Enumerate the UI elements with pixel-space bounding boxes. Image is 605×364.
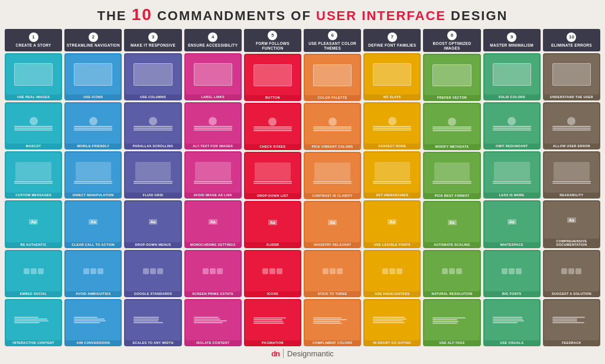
card-img-9-1: [484, 54, 539, 95]
card-6-2: PICK VIBRANT COLORS: [304, 103, 361, 150]
card-label-1-6: INTERACTIVE CONTENT: [12, 340, 54, 345]
card-img-2-2: [66, 103, 121, 144]
card-img-2-4: Aa: [66, 202, 121, 242]
card-img-6-4: Aa: [305, 202, 360, 242]
card-3-1: USE COLUMNS: [124, 53, 181, 100]
card-label-3-6: SCALES TO ANY WIDTH: [132, 340, 173, 345]
title-highlight: USER INTERFACE: [316, 8, 446, 23]
card-5-2: CHECK BOXES: [244, 103, 301, 150]
column-1: 1CREATE A STORYUSE REAL IMAGESMASCOTCUST…: [5, 29, 62, 346]
card-4-1: LABEL LINKS: [184, 53, 242, 100]
col-num-9: 9: [507, 32, 516, 42]
card-img-10-4: Aa: [544, 202, 599, 238]
card-img-9-3: [484, 152, 539, 193]
col-num-5: 5: [268, 31, 277, 40]
card-img-1-1: [6, 54, 61, 95]
card-9-2: OMIT REDUNDANT: [483, 102, 541, 150]
card-6-6: COMPLIMENT COLORS: [304, 299, 361, 346]
columns-row: 1CREATE A STORYUSE REAL IMAGESMASCOTCUST…: [5, 29, 600, 346]
card-img-3-5: [125, 251, 180, 291]
card-label-5-6: PAGINATION: [262, 340, 284, 345]
card-img-4-1: [186, 54, 240, 95]
card-label-9-2: OMIT REDUNDANT: [496, 144, 528, 148]
col-title-10: ELIMINATE ERRORS: [551, 43, 592, 48]
card-label-5-2: CHECK BOXES: [260, 144, 286, 149]
card-5-6: PAGINATION: [244, 299, 301, 346]
card-label-5-3: DROP-DOWN LIST: [257, 193, 288, 198]
card-img-4-3: [186, 152, 240, 193]
card-label-6-4: INDUSTRY RELEVANT: [314, 242, 352, 247]
card-4-4: AaMONOCHROME SETTINGS: [184, 200, 242, 248]
card-label-1-4: BE AUTHENTIC: [20, 242, 46, 247]
card-3-5: GOOGLE STANDARDS: [124, 250, 181, 297]
card-img-9-4: Aa: [484, 202, 539, 242]
col-num-2: 2: [89, 32, 98, 42]
card-label-8-4: AUTOMATE SCALING: [434, 242, 470, 247]
card-label-4-6: ISOLATE CONTENT: [196, 340, 229, 345]
card-8-4: AaAUTOMATE SCALING: [423, 201, 480, 248]
col-header-10: 10ELIMINATE ERRORS: [543, 29, 600, 51]
card-7-2: PERFECT RODE: [363, 102, 421, 150]
card-img-3-6: [125, 300, 180, 340]
card-9-1: SOLID COLORS: [483, 53, 541, 100]
card-2-5: AVOID AMBIGUITIES: [64, 250, 122, 297]
card-label-3-1: USE COLUMNS: [140, 95, 166, 99]
col-num-3: 3: [148, 32, 158, 42]
card-img-4-6: [186, 300, 240, 340]
card-label-5-1: BUTTON: [265, 95, 280, 100]
card-3-3: FLUID GRID: [124, 151, 181, 199]
card-8-6: USE ALT-TAGS: [423, 299, 480, 346]
card-label-2-2: MOBILE-FRIENDLY: [77, 144, 109, 148]
card-img-4-2: [186, 103, 240, 144]
column-4: 4ENSURE ACCESSIBILITYLABEL LINKSALT-TEXT…: [184, 29, 242, 346]
card-5-3: DROP-DOWN LIST: [244, 152, 301, 199]
card-2-6: AIM CONVERSIONS: [64, 299, 122, 346]
card-img-8-3: [424, 153, 479, 193]
col-title-3: MAKE IT RESPONSIVE: [131, 43, 175, 48]
card-label-2-3: DIRECT MANIPULATION: [73, 193, 113, 197]
card-label-7-5: USE HIGHLIGHTERS: [375, 291, 409, 296]
col-header-4: 4ENSURE ACCESSIBILITY: [184, 29, 242, 51]
card-label-4-5: SCREEN PRIME ESTATE: [192, 291, 233, 296]
col-header-3: 3MAKE IT RESPONSIVE: [124, 29, 181, 51]
card-7-1: NO SLAYS: [363, 53, 421, 100]
title-suffix: COMMANDMENTS OF: [157, 8, 311, 23]
card-img-7-2: [365, 103, 419, 144]
card-label-6-1: COLOR PALETTE: [318, 95, 347, 100]
card-img-5-4: Aa: [245, 202, 300, 242]
card-label-7-1: NO SLAYS: [383, 95, 401, 99]
card-img-3-2: [125, 103, 180, 144]
card-img-1-6: [6, 300, 61, 340]
card-7-5: USE HIGHLIGHTERS: [363, 250, 421, 297]
col-title-8: BOOST OPTIMIZED IMAGES: [424, 41, 479, 51]
card-label-6-3: CONTRAST IS CLARITY: [312, 193, 352, 198]
card-img-9-5: [484, 251, 539, 291]
card-label-7-3: SET HIERARCHIES: [376, 193, 409, 197]
card-4-2: ALT-TEXT FOR IMAGES: [184, 102, 242, 150]
card-label-9-3: LESS IS MORE: [499, 193, 525, 197]
card-1-2: MASCOT: [5, 102, 62, 150]
card-label-8-1: PREFER VECTOR: [437, 95, 467, 100]
card-img-9-2: [484, 103, 539, 144]
card-4-3: AVOID IMAGE AS LINK: [184, 151, 242, 199]
card-label-6-5: STICK TO THREE: [318, 291, 347, 296]
card-1-1: USE REAL IMAGES: [5, 53, 62, 100]
card-10-5: SUGGEST A SOLUTION: [543, 250, 600, 297]
card-img-8-5: [424, 251, 479, 291]
col-num-7: 7: [388, 32, 397, 42]
col-header-5: 5FORM FOLLOWS FUNCTION: [244, 29, 301, 53]
card-label-10-2: ALLOW USER ERROR: [553, 144, 590, 148]
column-9: 9MASTER MINIMALISMSOLID COLORSOMIT REDUN…: [483, 29, 541, 346]
card-img-3-4: Aa: [125, 202, 180, 242]
column-2: 2STREAMLINE NAVIGATIONUSE ICONSMOBILE-FR…: [64, 29, 122, 346]
card-label-2-5: AVOID AMBIGUITIES: [76, 291, 111, 296]
card-8-5: NATURAL RESOLUTION: [423, 250, 480, 297]
card-label-8-2: MODIFY METADATA: [435, 144, 469, 149]
card-img-5-3: [245, 153, 300, 193]
column-10: 10ELIMINATE ERRORSUNDERSTAND THE USERALL…: [543, 29, 600, 346]
footer-brand: Designmantic: [287, 349, 334, 358]
card-img-2-1: [66, 54, 121, 95]
column-5: 5FORM FOLLOWS FUNCTIONBUTTONCHECK BOXESD…: [244, 29, 301, 346]
page-title: THE 10 COMMANDMENTS OF USER INTERFACE DE…: [5, 6, 600, 24]
card-7-4: AaUSE LEGIBLE FONTS: [363, 200, 421, 248]
